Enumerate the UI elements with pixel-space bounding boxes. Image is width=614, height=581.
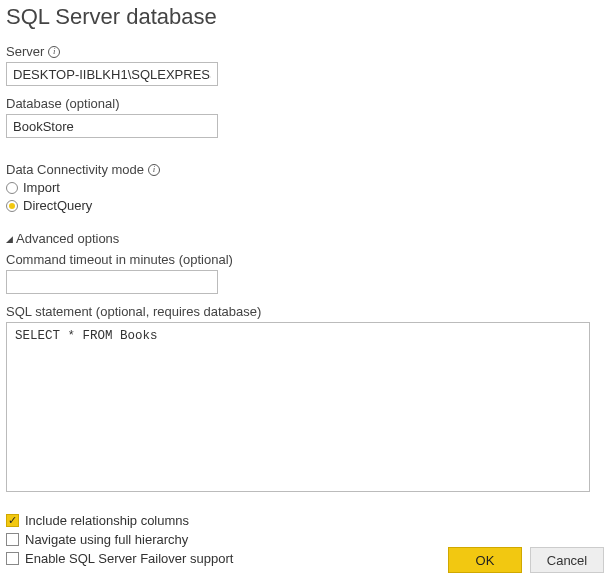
sql-statement-input[interactable] — [6, 322, 590, 492]
timeout-label: Command timeout in minutes (optional) — [6, 252, 608, 267]
advanced-options-label: Advanced options — [16, 231, 119, 246]
checkbox-icon — [6, 533, 19, 546]
server-input[interactable] — [6, 62, 218, 86]
radio-directquery-label: DirectQuery — [23, 198, 92, 213]
server-label: Server i — [6, 44, 608, 59]
database-input[interactable] — [6, 114, 218, 138]
failover-label: Enable SQL Server Failover support — [25, 551, 233, 566]
checkbox-icon: ✓ — [6, 514, 19, 527]
ok-button[interactable]: OK — [448, 547, 522, 573]
navigate-full-checkbox[interactable]: Navigate using full hierarchy — [6, 532, 608, 547]
checkbox-icon — [6, 552, 19, 565]
database-label: Database (optional) — [6, 96, 608, 111]
connectivity-label-text: Data Connectivity mode — [6, 162, 144, 177]
button-row: OK Cancel — [448, 547, 604, 573]
radio-icon — [6, 182, 18, 194]
cancel-button[interactable]: Cancel — [530, 547, 604, 573]
info-icon[interactable]: i — [148, 164, 160, 176]
connectivity-label: Data Connectivity mode i — [6, 162, 608, 177]
include-relationship-checkbox[interactable]: ✓ Include relationship columns — [6, 513, 608, 528]
radio-import-label: Import — [23, 180, 60, 195]
radio-icon — [6, 200, 18, 212]
server-label-text: Server — [6, 44, 44, 59]
sql-label: SQL statement (optional, requires databa… — [6, 304, 608, 319]
include-relationship-label: Include relationship columns — [25, 513, 189, 528]
page-title: SQL Server database — [6, 4, 608, 30]
navigate-full-label: Navigate using full hierarchy — [25, 532, 188, 547]
advanced-options-header[interactable]: ◢ Advanced options — [6, 231, 608, 246]
radio-import[interactable]: Import — [6, 180, 608, 195]
chevron-down-icon: ◢ — [6, 234, 13, 244]
database-label-text: Database (optional) — [6, 96, 119, 111]
info-icon[interactable]: i — [48, 46, 60, 58]
radio-directquery[interactable]: DirectQuery — [6, 198, 608, 213]
timeout-input[interactable] — [6, 270, 218, 294]
